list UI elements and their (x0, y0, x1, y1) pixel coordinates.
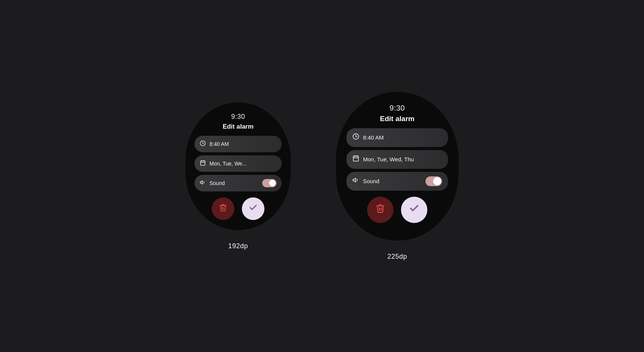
trash-icon-192 (219, 203, 227, 214)
delete-button-225[interactable] (367, 197, 393, 223)
alarm-sound-label-192: Sound (210, 180, 258, 186)
watch-title-225: Edit alarm (380, 115, 415, 123)
confirm-button-225[interactable] (401, 197, 427, 223)
sound-toggle-225[interactable] (425, 176, 442, 186)
sound-icon-225 (352, 177, 359, 185)
alarm-time-label-192: 8:40 AM (210, 141, 276, 147)
sound-toggle-knob-192 (269, 180, 276, 187)
watch-time-192: 9:30 (231, 113, 245, 121)
alarm-sound-label-225: Sound (363, 178, 422, 184)
watch-face-192: 9:30 Edit alarm 8:40 AM (185, 102, 291, 230)
svg-rect-1 (200, 161, 205, 165)
clock-icon-225 (352, 133, 359, 142)
svg-marker-11 (353, 178, 356, 182)
delete-button-192[interactable] (212, 197, 234, 220)
alarm-time-item-225[interactable]: 8:40 AM (346, 128, 448, 147)
svg-rect-7 (353, 156, 358, 161)
watch-items-192: 8:40 AM Mon, Tue, We... (194, 136, 282, 191)
calendar-icon-225 (352, 155, 359, 164)
sound-toggle-knob-225 (433, 177, 441, 185)
watch-face-225: 9:30 Edit alarm 8:40 AM (336, 92, 459, 241)
alarm-time-item-192[interactable]: 8:40 AM (194, 136, 282, 152)
alarm-time-label-225: 8:40 AM (363, 134, 442, 141)
alarm-sound-item-225[interactable]: Sound (346, 172, 448, 191)
clock-icon-192 (200, 140, 206, 148)
alarm-days-item-225[interactable]: Mon, Tue, Wed, Thu (346, 150, 448, 169)
alarm-sound-item-192[interactable]: Sound (194, 175, 282, 191)
check-icon-225 (409, 203, 419, 216)
watch-size-label-225: 225dp (387, 253, 407, 261)
svg-marker-5 (200, 181, 202, 184)
watch-225: 9:30 Edit alarm 8:40 AM (336, 92, 459, 261)
confirm-button-192[interactable] (242, 197, 264, 220)
trash-icon-225 (375, 203, 385, 216)
alarm-days-item-192[interactable]: Mon, Tue, We... (194, 155, 282, 172)
watch-time-225: 9:30 (390, 104, 405, 112)
calendar-icon-192 (200, 160, 206, 167)
watch-buttons-192 (212, 197, 264, 220)
watch-192: 9:30 Edit alarm 8:40 AM (185, 102, 291, 250)
watch-size-label-192: 192dp (228, 242, 248, 250)
watch-buttons-225 (367, 197, 427, 223)
watch-title-192: Edit alarm (223, 123, 254, 130)
sound-icon-192 (200, 179, 206, 187)
check-icon-192 (249, 203, 258, 214)
alarm-days-label-192: Mon, Tue, We... (210, 161, 276, 167)
sound-toggle-192[interactable] (262, 179, 276, 187)
watch-items-225: 8:40 AM Mon, Tue, Wed, Thu (346, 128, 448, 191)
alarm-days-label-225: Mon, Tue, Wed, Thu (363, 156, 442, 162)
